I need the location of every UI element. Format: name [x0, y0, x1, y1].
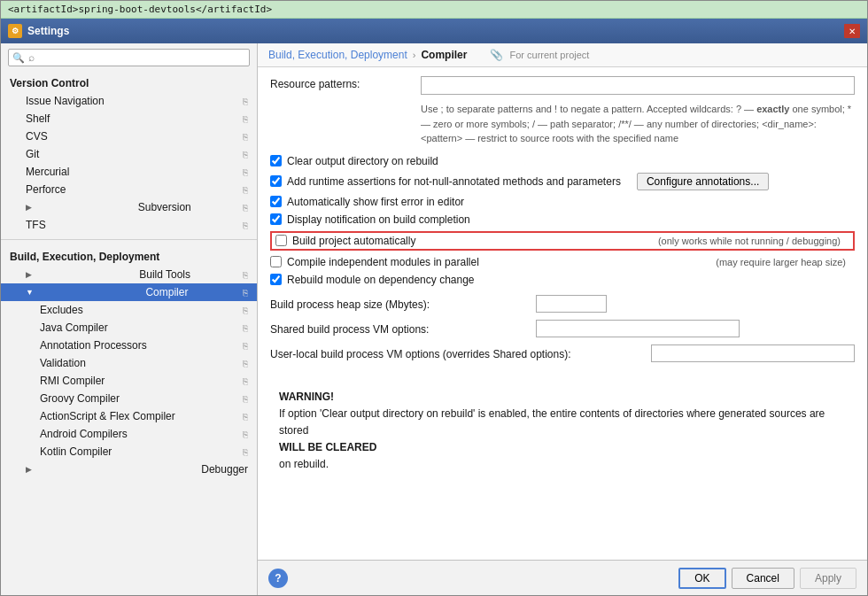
sidebar-item-label: Java Compiler [40, 321, 108, 334]
expand-icon: ▶ [26, 270, 32, 279]
sidebar-item-label: Issue Navigation [26, 95, 105, 107]
runtime-assertions-checkbox[interactable] [270, 175, 282, 187]
bottom-bar: ? OK Cancel Apply [258, 560, 867, 595]
sidebar-item-label: CVS [26, 130, 48, 143]
sidebar-item-label: Groovy Compiler [40, 392, 120, 405]
copy-icon: ⎘ [243, 288, 248, 298]
checkbox-row-runtime-assertions: Add runtime assertions for not-null-anno… [270, 173, 855, 190]
sidebar-item-issue-navigation[interactable]: Issue Navigation ⎘ [1, 92, 257, 110]
sidebar-item-perforce[interactable]: Perforce ⎘ [1, 181, 257, 198]
checkbox-row-rebuild: Rebuild module on dependency change [270, 274, 855, 286]
sidebar-item-excludes[interactable]: Excludes ⎘ [1, 301, 257, 319]
sidebar-item-tfs[interactable]: TFS ⎘ [1, 216, 257, 234]
expand-icon: ▶ [26, 465, 32, 474]
copy-icon: ⎘ [243, 412, 248, 422]
copy-icon: ⎘ [243, 132, 248, 142]
show-first-error-label: Automatically show first error in editor [287, 196, 464, 208]
build-automatically-note: (only works while not running / debuggin… [658, 236, 849, 246]
warning-box: WARNING! If option 'Clear output directo… [270, 380, 855, 483]
resource-patterns-label: Resource patterns: [270, 76, 421, 90]
sidebar-item-git[interactable]: Git ⎘ [1, 145, 257, 163]
bottom-bar-buttons: OK Cancel Apply [678, 568, 856, 589]
app-icon: ⚙ [8, 24, 22, 38]
copy-icon: ⎘ [243, 270, 248, 280]
user-vm-label: User-local build process VM options (ove… [270, 346, 651, 360]
show-first-error-checkbox[interactable] [270, 196, 282, 207]
sidebar-item-android-compilers[interactable]: Android Compilers ⎘ [1, 425, 257, 443]
sidebar-item-mercurial[interactable]: Mercurial ⎘ [1, 163, 257, 181]
sidebar-item-compiler[interactable]: ▼ Compiler ⎘ [1, 283, 257, 301]
sidebar-item-shelf[interactable]: Shelf ⎘ [1, 110, 257, 128]
ok-button[interactable]: OK [678, 568, 725, 589]
checkbox-row-clear-output: Clear output directory on rebuild [270, 155, 855, 167]
breadcrumb-project: 📎 For current project [490, 49, 589, 61]
display-notification-label: Display notification on build completion [287, 213, 470, 226]
heap-size-input[interactable]: 700 [536, 295, 607, 313]
sidebar-item-subversion[interactable]: ▶ Subversion ⎘ [1, 198, 257, 216]
breadcrumb-project-label: For current project [510, 50, 590, 60]
sidebar-item-label: Shelf [26, 112, 50, 125]
copy-icon: ⎘ [243, 430, 248, 439]
sidebar-item-label: Build Tools [139, 268, 190, 281]
resource-patterns-row: Resource patterns: !?*.java;!?*.form;!?*… [270, 76, 855, 95]
compile-parallel-checkbox[interactable] [270, 256, 282, 267]
copy-icon: ⎘ [243, 114, 248, 124]
compile-parallel-label: Compile independent modules in parallel [287, 256, 479, 268]
version-control-header: Version Control [1, 72, 257, 92]
content-area: 🔍 Version Control Issue Navigation ⎘ She… [1, 43, 867, 595]
search-box[interactable]: 🔍 [8, 49, 250, 66]
checkbox-row-build-automatically: Build project automatically (only works … [270, 231, 855, 251]
user-vm-row: User-local build process VM options (ove… [270, 344, 855, 362]
copy-icon: ⎘ [243, 97, 248, 106]
checkbox-row-compile-parallel: Compile independent modules in parallel … [270, 256, 855, 268]
sidebar-item-groovy-compiler[interactable]: Groovy Compiler ⎘ [1, 390, 257, 407]
resource-patterns-input[interactable]: !?*.java;!?*.form;!?*.class;!?*.groovy;!… [421, 76, 855, 95]
sidebar-item-label: RMI Compiler [40, 375, 105, 387]
sidebar-item-label: Validation [40, 357, 86, 369]
heap-size-label: Build process heap size (Mbytes): [270, 297, 536, 311]
expand-icon: ▼ [26, 288, 34, 297]
sidebar-item-annotation-processors[interactable]: Annotation Processors ⎘ [1, 337, 257, 354]
resource-patterns-help: Use ; to separate patterns and ! to nega… [421, 102, 855, 146]
sidebar-item-label: TFS [26, 219, 46, 231]
copy-icon: ⎘ [243, 167, 248, 177]
copy-icon: ⎘ [243, 359, 248, 368]
sidebar-item-kotlin-compiler[interactable]: Kotlin Compiler ⎘ [1, 443, 257, 461]
configure-annotations-button[interactable]: Configure annotations... [637, 173, 769, 190]
sidebar-item-build-tools[interactable]: ▶ Build Tools ⎘ [1, 266, 257, 283]
title-bar: ⚙ Settings ✕ [1, 19, 867, 43]
search-input[interactable] [28, 51, 245, 64]
sidebar-item-rmi-compiler[interactable]: RMI Compiler ⎘ [1, 372, 257, 390]
copy-icon: ⎘ [243, 341, 248, 351]
runtime-assertions-label: Add runtime assertions for not-null-anno… [287, 175, 621, 188]
shared-vm-input[interactable] [536, 320, 740, 337]
sidebar-item-actionscript-compiler[interactable]: ActionScript & Flex Compiler ⎘ [1, 407, 257, 425]
copy-icon: ⎘ [243, 394, 248, 404]
sidebar-item-validation[interactable]: Validation ⎘ [1, 354, 257, 372]
top-hint-text: <artifactId>spring-boot-devtools</artifa… [8, 4, 272, 15]
sidebar-item-label: Git [26, 148, 39, 160]
main-panel: Build, Execution, Deployment › Compiler … [258, 43, 867, 595]
sidebar: 🔍 Version Control Issue Navigation ⎘ She… [1, 43, 258, 595]
breadcrumb-parent[interactable]: Build, Execution, Deployment [268, 49, 407, 61]
breadcrumb-current: Compiler [421, 49, 467, 61]
top-hint-bar: <artifactId>spring-boot-devtools</artifa… [1, 1, 867, 19]
help-button[interactable]: ? [268, 569, 288, 588]
cancel-button[interactable]: Cancel [732, 568, 794, 589]
sidebar-item-debugger[interactable]: ▶ Debugger [1, 461, 257, 478]
rebuild-checkbox[interactable] [270, 274, 282, 285]
close-button[interactable]: ✕ [844, 24, 860, 38]
expand-icon: ▶ [26, 203, 32, 212]
user-vm-input[interactable] [651, 344, 855, 362]
build-header: Build, Execution, Deployment [1, 245, 257, 266]
copy-icon: ⎘ [243, 323, 248, 333]
search-icon: 🔍 [12, 52, 25, 64]
sidebar-item-cvs[interactable]: CVS ⎘ [1, 128, 257, 145]
copy-icon: ⎘ [243, 150, 248, 159]
window-title: Settings [27, 25, 69, 37]
sidebar-item-java-compiler[interactable]: Java Compiler ⎘ [1, 319, 257, 337]
clear-output-checkbox[interactable] [270, 155, 282, 166]
apply-button[interactable]: Apply [800, 568, 856, 589]
build-automatically-checkbox[interactable] [275, 235, 287, 246]
display-notification-checkbox[interactable] [270, 213, 282, 225]
